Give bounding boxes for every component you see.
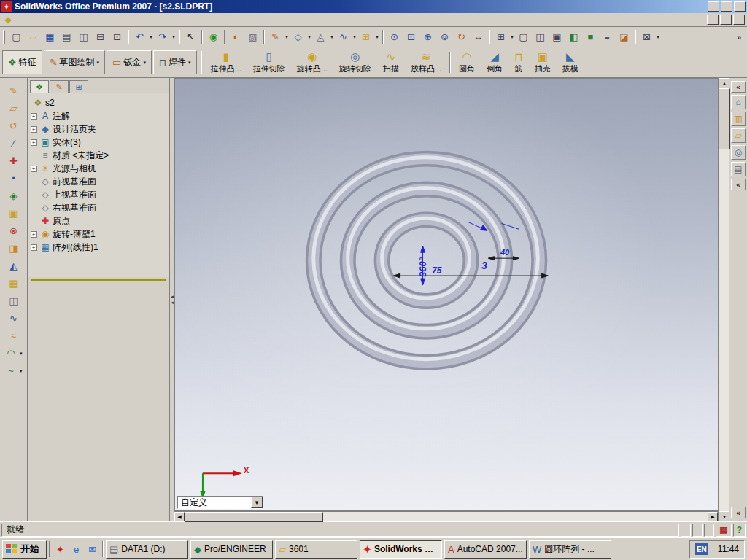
task-data1-drive[interactable]: ▤ DATA1 (D:) [106,540,188,559]
close-button[interactable] [734,1,746,12]
cm-tab-sheetmetal[interactable]: ▭ 钣金 ▾ [107,50,152,74]
tree-item-annotations[interactable]: + A 注解 [29,109,167,122]
print-preview-icon[interactable]: ⊡ [109,29,125,45]
menu-insert[interactable] [44,19,55,20]
doc-restore-button[interactable] [720,15,732,25]
vertical-scrollbar[interactable]: ▲ ▼ [718,78,729,521]
vscroll-thumb[interactable] [719,88,730,149]
task-pane-collapse-bottom[interactable]: « [731,507,746,518]
lt-plane-icon[interactable]: ▱ [5,100,23,117]
cm-tab-features[interactable]: ❖ 特征 [2,50,42,74]
zoom-fit-icon[interactable]: ⊙ [386,29,403,45]
dropdown-arrow-icon[interactable]: ▾ [171,34,177,40]
resources-home-icon[interactable]: ⌂ [731,95,746,109]
sketch-toggle-icon[interactable]: ✎ ▾ [267,29,290,45]
lt-flex-icon[interactable]: ~ ▾ [2,362,25,379]
propertymanager-tab[interactable]: ✎ [50,80,69,93]
tree-item-material[interactable]: ≡ 材质 <未指定> [29,149,167,162]
lt-axis-icon[interactable]: ∕ [5,135,23,152]
reference-geometry-icon[interactable]: ◬ ▾ [312,29,335,45]
undo-icon[interactable]: ↶ ▾ [131,29,154,45]
select-icon[interactable]: ↖ [182,29,199,45]
lt-pattern-icon[interactable]: ▦ [5,275,23,292]
expand-toggle[interactable]: + [31,113,37,120]
dropdown-arrow-icon[interactable]: ▾ [509,34,515,40]
doc-close-button[interactable] [733,15,745,25]
featuremanager-tab[interactable]: ❖ [30,80,49,93]
expand-toggle[interactable]: + [31,166,37,172]
maximize-button[interactable] [721,1,732,12]
lt-mate-reference-icon[interactable]: ◈ [5,187,23,204]
fillet-button[interactable]: ◠ 圆角 [453,48,481,77]
shell-button[interactable]: ▣ 抽壳 [529,48,557,77]
scroll-left-button[interactable]: ◀ [174,512,185,522]
zoom-area-icon[interactable]: ⊡ [403,29,419,45]
tree-item-linear-pattern1[interactable]: + ▦ 阵列(线性)1 [29,241,167,254]
dropdown-arrow-icon[interactable]: ▾ [20,351,25,357]
texture-icon[interactable]: ▨ [244,29,261,45]
splitter-arrow-icon[interactable]: ◂ [171,300,174,306]
wireframe-icon[interactable]: ▢ [515,29,532,45]
status-help-icon[interactable]: ? [733,524,746,537]
tree-item-right-plane[interactable]: ◇ 右视基准面 [29,201,167,214]
tree-item-solid-bodies[interactable]: + ▣ 实体(3) [29,136,167,149]
dropdown-arrow-icon[interactable]: ▾ [188,60,191,66]
tree-item-front-plane[interactable]: ◇ 前视基准面 [29,175,167,188]
task-proengineer[interactable]: ◆ Pro/ENGINEER [190,540,273,559]
tree-item-design-binder[interactable]: + ◆ 设计活页夹 [29,122,167,136]
make-drawing-icon[interactable]: ▤ [58,29,75,45]
chamfer-button[interactable]: ◢ 倒角 [481,48,508,77]
toolbar-grip[interactable] [3,30,5,44]
menu-view[interactable] [34,19,44,20]
cm-tab-sketch[interactable]: ✎ 草图绘制 ▾ [44,50,105,74]
section-view-icon[interactable]: ◪ [616,29,632,45]
language-indicator[interactable]: EN [695,543,708,555]
task-solidworks[interactable]: ✦ SolidWorks O... [360,540,442,559]
start-button[interactable]: 开始 [2,540,47,559]
shaded-with-edges-icon[interactable]: ◧ [565,29,582,45]
tree-item-origin[interactable]: ✚ 原点 [29,214,167,228]
task-pane-collapse-top[interactable]: « [731,81,746,93]
dimension-angle[interactable]: 360° [417,257,428,277]
zoom-selection-icon[interactable]: ⊚ [436,29,453,45]
dropdown-arrow-icon[interactable]: ▾ [306,34,312,40]
scroll-right-button[interactable]: ▶ [708,512,718,522]
shadows-icon[interactable]: ◒ [599,29,616,45]
lt-split-line-icon[interactable]: ◭ [5,257,23,274]
dropdown-arrow-icon[interactable]: ▾ [97,60,100,66]
rollback-bar[interactable] [31,279,166,281]
expand-toggle[interactable]: + [31,139,37,146]
curves-icon[interactable]: ∿ ▾ [335,29,357,45]
panel-splitter[interactable]: ◂ ◂ [169,78,174,521]
redo-icon[interactable]: ↷ ▾ [154,29,177,45]
lt-3d-sketch-icon[interactable]: ✎ [5,82,23,99]
task-folder-3601[interactable]: ▱ 3601 [275,540,357,559]
menu-tools[interactable] [55,19,65,20]
extruded-boss-button[interactable]: ▮ 拉伸凸... [205,48,247,77]
tree-item-lights-cameras[interactable]: + ☀ 光源与相机 [29,162,167,175]
lt-replace-face-icon[interactable]: ◨ [5,240,23,257]
menu-help[interactable] [75,19,85,20]
extruded-cut-button[interactable]: ▯ 拉伸切除 [247,48,291,77]
hscroll-thumb[interactable] [185,512,323,522]
revolved-boss-button[interactable]: ◉ 旋转凸... [291,48,333,77]
combo-dropdown-icon[interactable]: ▼ [251,497,263,508]
hidden-lines-visible-icon[interactable]: ◫ [532,29,549,45]
configurationmanager-tab[interactable]: ⊞ [69,80,88,93]
splitter-arrow-icon[interactable]: ◂ [171,294,174,300]
revolved-cut-button[interactable]: ◎ 旋转切除 [333,48,377,77]
draft-button[interactable]: ◣ 拔模 [557,48,584,77]
doc-minimize-button[interactable] [707,15,719,25]
zoom-in-out-icon[interactable]: ⊕ [419,29,436,45]
dropdown-arrow-icon[interactable]: ▾ [148,34,154,40]
file-explorer-icon[interactable]: ▱ [731,128,746,143]
lt-freeform-icon[interactable]: ≈ [5,327,23,344]
lt-composite-curve-icon[interactable]: ∿ [5,310,23,327]
lt-deform-icon[interactable]: ◠ ▾ [2,345,25,362]
menu-window[interactable] [65,19,75,20]
design-library-icon[interactable]: ▥ [731,112,746,126]
hidden-lines-removed-icon[interactable]: ▣ [549,29,565,45]
edit-color-icon[interactable]: ◐ [228,29,244,45]
expand-toggle[interactable]: + [31,126,37,133]
horizontal-scrollbar[interactable]: ◀ ▶ [174,511,718,521]
